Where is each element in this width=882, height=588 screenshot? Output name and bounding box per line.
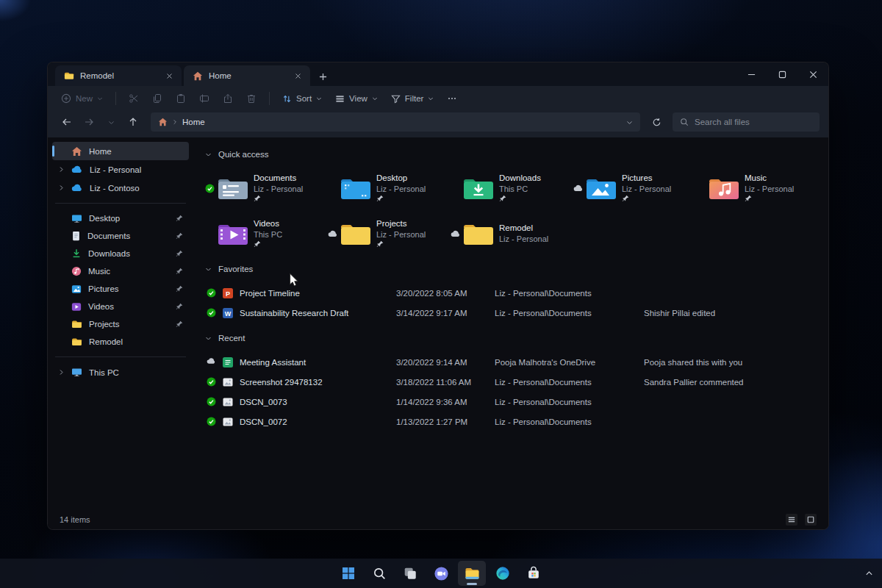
tab-close-icon[interactable]: [162, 69, 176, 82]
sidebar-item-this-pc[interactable]: This PC: [52, 363, 189, 381]
section-favorites[interactable]: Favorites: [205, 261, 818, 277]
section-recent[interactable]: Recent: [205, 330, 818, 346]
folder-icon: [71, 337, 82, 346]
sidebar-item-remodel[interactable]: Remodel: [52, 333, 189, 351]
file-explorer-button[interactable]: [458, 561, 486, 586]
tile-projects[interactable]: Projects Liz - Personal: [328, 214, 451, 254]
pin-icon: [176, 285, 183, 293]
maximize-button[interactable]: [767, 62, 797, 86]
sidebar-item-projects[interactable]: Projects: [52, 315, 189, 333]
file-location: Liz - Personal\Documents: [495, 398, 644, 406]
new-button[interactable]: New: [55, 90, 109, 107]
new-tab-button[interactable]: [313, 67, 332, 86]
tab-remodel[interactable]: Remodel: [55, 65, 182, 86]
tile-location: Liz - Personal: [745, 184, 794, 194]
task-view-button[interactable]: [396, 561, 424, 586]
tab-close-icon[interactable]: [291, 69, 304, 82]
cut-icon[interactable]: [123, 89, 145, 108]
file-row[interactable]: DSCN_0073 1/14/2022 9:36 AM Liz - Person…: [205, 392, 818, 412]
tab-label: Remodel: [80, 71, 157, 80]
chevron-right-icon[interactable]: [58, 184, 65, 191]
store-button[interactable]: [520, 561, 548, 586]
tile-name: Videos: [254, 218, 282, 229]
file-location: Liz - Personal\Documents: [495, 309, 644, 318]
paste-icon[interactable]: [170, 89, 192, 108]
quick-access-grid: Documents Liz - Personal Desktop: [205, 168, 818, 254]
up-button[interactable]: [123, 112, 143, 132]
address-bar: Home: [48, 111, 828, 137]
sidebar-item-music[interactable]: Music: [52, 262, 189, 280]
file-row[interactable]: P Project Timeline 3/20/2022 8:05 AM Liz…: [205, 283, 818, 303]
tile-videos[interactable]: Videos This PC: [205, 214, 328, 254]
file-row[interactable]: W Sustainability Research Draft 3/14/202…: [205, 303, 818, 323]
file-explorer-window: Remodel Home: [47, 62, 829, 530]
tile-music[interactable]: Music Liz - Personal: [696, 168, 819, 208]
home-icon: [193, 71, 203, 81]
copy-icon[interactable]: [146, 89, 168, 108]
edge-button[interactable]: [489, 561, 517, 586]
sort-button[interactable]: Sort: [276, 90, 328, 107]
sidebar-item-desktop[interactable]: Desktop: [52, 209, 189, 227]
pin-icon: [176, 268, 183, 275]
home-icon: [158, 118, 168, 126]
rename-icon[interactable]: [193, 89, 215, 108]
sidebar-item-label: Projects: [89, 320, 120, 329]
delete-icon[interactable]: [240, 89, 262, 108]
chevron-right-icon[interactable]: [58, 369, 65, 376]
documents-folder-icon: [216, 174, 250, 202]
sidebar-item-pictures[interactable]: Pictures: [52, 280, 189, 298]
tray-show-hidden-icons[interactable]: [865, 570, 873, 578]
sidebar-item-downloads[interactable]: Downloads: [52, 245, 189, 262]
file-row[interactable]: Meeting Assistant 3/20/2022 9:14 AM Pooj…: [205, 352, 818, 372]
sort-icon: [282, 94, 292, 104]
breadcrumb[interactable]: Home: [182, 118, 205, 126]
tile-location: This PC: [254, 229, 282, 240]
sidebar-item-documents[interactable]: Documents: [52, 227, 189, 245]
search-button[interactable]: [365, 561, 393, 586]
address-history-icon[interactable]: [626, 119, 633, 126]
chat-button[interactable]: [427, 561, 455, 586]
folder-icon: [462, 220, 495, 248]
address-input[interactable]: Home: [151, 112, 640, 132]
tab-home[interactable]: Home: [184, 65, 310, 86]
recent-locations-icon[interactable]: [101, 112, 121, 132]
window-controls: [736, 62, 828, 86]
section-quick-access[interactable]: Quick access: [205, 146, 818, 162]
file-location: Pooja Malhotra's OneDrive: [495, 358, 644, 367]
tile-remodel[interactable]: Remodel Liz - Personal: [451, 214, 573, 254]
large-icons-view-icon[interactable]: [805, 514, 817, 526]
sidebar-item-label: Videos: [88, 302, 114, 311]
pin-icon: [176, 320, 183, 328]
start-button[interactable]: [334, 561, 362, 586]
sidebar-item-home[interactable]: Home: [52, 142, 189, 160]
view-button[interactable]: View: [329, 90, 384, 107]
share-icon[interactable]: [217, 89, 239, 108]
details-view-icon[interactable]: [786, 514, 797, 526]
recent-list: Meeting Assistant 3/20/2022 9:14 AM Pooj…: [205, 352, 818, 431]
sidebar-item-videos[interactable]: Videos: [52, 298, 189, 315]
section-title: Favorites: [218, 265, 253, 273]
more-options-icon[interactable]: [441, 89, 463, 108]
back-button[interactable]: [57, 112, 77, 132]
filter-button[interactable]: Filter: [385, 90, 440, 107]
minimize-button[interactable]: [736, 62, 767, 86]
taskbar: [0, 559, 882, 588]
section-title: Quick access: [218, 150, 268, 159]
refresh-icon[interactable]: [646, 112, 667, 132]
file-row[interactable]: Screenshot 29478132 3/18/2022 11:06 AM L…: [205, 372, 818, 392]
sidebar-item-liz-contoso[interactable]: Liz - Contoso: [52, 179, 189, 197]
tile-pictures[interactable]: Pictures Liz - Personal: [573, 168, 696, 208]
search-input[interactable]: [695, 118, 797, 126]
tile-downloads[interactable]: Downloads This PC: [451, 168, 573, 208]
search-box[interactable]: [673, 112, 820, 132]
chevron-right-icon[interactable]: [58, 166, 65, 173]
pin-icon: [176, 250, 183, 257]
close-button[interactable]: [797, 62, 828, 86]
tile-documents[interactable]: Documents Liz - Personal: [205, 168, 328, 208]
sidebar-item-liz-personal[interactable]: Liz - Personal: [52, 160, 189, 179]
tile-desktop[interactable]: Desktop Liz - Personal: [328, 168, 451, 208]
tab-bar: Remodel Home: [48, 62, 828, 86]
tile-location: Liz - Personal: [499, 234, 548, 244]
file-row[interactable]: DSCN_0072 1/13/2022 1:27 PM Liz - Person…: [205, 412, 818, 431]
forward-button[interactable]: [79, 112, 99, 132]
